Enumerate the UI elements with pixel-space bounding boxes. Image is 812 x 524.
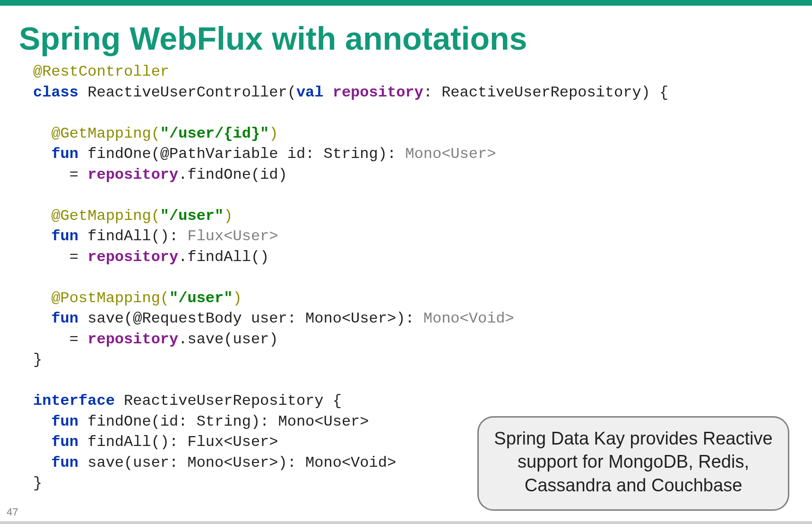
- code-token: save(user: Mono<User>): Mono<Void>: [78, 454, 396, 472]
- code-token: fun: [51, 454, 78, 472]
- code-token: =: [33, 248, 87, 266]
- code-token: [33, 145, 51, 163]
- code-token: findAll():: [78, 227, 187, 245]
- code-token: : ReactiveUserRepository) {: [423, 84, 668, 101]
- code-token: .findOne(id): [178, 166, 287, 183]
- code-token: "/user": [160, 207, 224, 225]
- code-token: findOne(id: String): Mono<User>: [78, 413, 369, 430]
- code-token: Mono<User>: [405, 145, 496, 163]
- code-token: "/user/{id}": [160, 125, 269, 142]
- code-token: ): [224, 207, 233, 225]
- code-token: findAll(): Flux<User>: [78, 433, 278, 451]
- code-token: repository: [87, 248, 178, 266]
- code-token: ): [269, 125, 278, 142]
- code-token: ReactiveUserRepository {: [115, 392, 342, 410]
- code-token: interface: [33, 392, 115, 410]
- code-token: repository: [333, 84, 423, 101]
- slide-title: Spring WebFlux with annotations: [19, 20, 812, 57]
- code-token: [324, 84, 333, 101]
- code-token: =: [33, 166, 87, 183]
- code-token: save(@RequestBody user: Mono<User>):: [78, 310, 423, 327]
- slide-top-bar: [0, 0, 812, 6]
- code-token: }: [33, 351, 42, 368]
- code-token: @GetMapping(: [33, 207, 160, 225]
- code-token: Flux<User>: [187, 227, 278, 245]
- code-token: findOne(@PathVariable id: String):: [78, 145, 405, 163]
- slide-bottom-border: [0, 521, 812, 524]
- code-token: @PostMapping(: [33, 289, 169, 307]
- code-token: .findAll(): [178, 248, 269, 266]
- callout-note: Spring Data Kay provides Reactive suppor…: [477, 416, 789, 511]
- code-token: repository: [87, 166, 178, 183]
- code-token: }: [33, 474, 42, 492]
- code-token: "/user": [169, 289, 233, 307]
- code-token: =: [33, 331, 87, 348]
- code-token: [33, 454, 51, 472]
- code-token: ): [233, 289, 242, 307]
- code-token: Mono<Void>: [423, 310, 514, 327]
- code-token: fun: [51, 310, 78, 327]
- code-token: [33, 413, 51, 430]
- code-token: @RestController: [33, 63, 169, 80]
- code-token: [33, 433, 51, 451]
- code-token: class: [33, 84, 78, 101]
- code-token: repository: [87, 331, 178, 348]
- code-token: [33, 310, 51, 327]
- code-token: @GetMapping(: [33, 125, 160, 142]
- code-token: .save(user): [178, 331, 278, 348]
- code-token: fun: [51, 145, 78, 163]
- code-token: fun: [51, 227, 78, 245]
- code-token: fun: [51, 413, 78, 430]
- slide-number: 47: [7, 506, 18, 518]
- code-token: fun: [51, 433, 78, 451]
- code-token: [33, 227, 51, 245]
- code-token: val: [296, 84, 324, 101]
- code-token: ReactiveUserController(: [78, 84, 296, 101]
